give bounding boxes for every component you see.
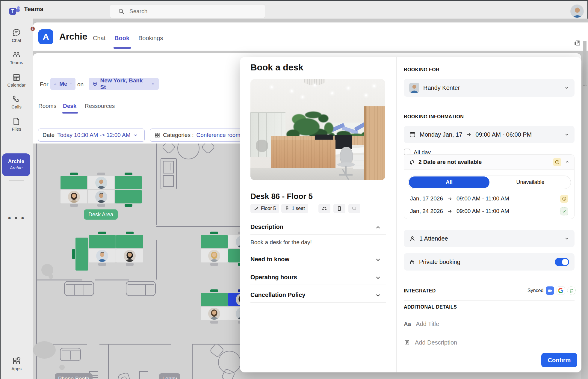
private-booking-row: Private booking [404,253,575,271]
cabinet [161,158,177,189]
chevron-down-icon[interactable] [375,256,381,263]
desk-available[interactable] [115,176,142,189]
view-tab-desk[interactable]: Desk [63,103,76,109]
app-header: A Archie Chat Book Bookings [33,22,588,51]
add-title-field[interactable]: Aa Add Title [404,321,439,327]
calendar-icon [409,131,416,138]
chevron-up-icon[interactable] [565,160,569,164]
desk-available[interactable] [61,176,87,189]
desk-available[interactable] [201,293,228,306]
sync-refresh-icon[interactable] [567,286,576,295]
categories-filter-button[interactable]: Categories : Conference room [150,129,249,142]
unavailable-dates-header[interactable]: 2 Date are not available [404,155,574,170]
sidebar-item-apps[interactable]: Apps [0,357,33,371]
tab-bookings[interactable]: Bookings [138,35,163,42]
user-avatar[interactable] [570,4,584,18]
sidebar-item-files[interactable]: Files [0,117,33,132]
occupant-avatar [96,250,108,262]
need-to-know-section-header[interactable]: Need to know [250,256,289,263]
occupant-avatar [208,308,220,320]
date-time-dropdown[interactable]: Monday Jan, 17 09:00 AM - 06:00 PM [404,126,575,143]
search-input[interactable] [129,4,258,18]
attendee-dropdown[interactable]: 1 Attendee [404,230,575,247]
chair-tab [70,173,78,175]
teams-logo-icon: T [9,6,20,16]
search-bar[interactable] [110,4,265,18]
wall [95,280,129,280]
view-tab-rooms[interactable]: Rooms [38,103,56,109]
sidebar-item-archie-active[interactable]: Archie Archie [2,153,30,176]
chair-tab [72,249,75,259]
synced-label: Synced [527,288,543,293]
check-badge [560,207,568,215]
search-icon [118,8,125,15]
segment-all[interactable]: All [409,176,489,188]
scrollbar-thumb[interactable] [583,41,587,86]
chair-tab [126,232,134,234]
chevron-down-icon [564,85,569,90]
cancellation-policy-section-header[interactable]: Cancellation Policy [250,292,305,298]
left-rail: 1 Chat Teams Calendar Calls Fil [0,19,33,379]
chevron-down-icon[interactable] [375,292,381,299]
chair-tab [126,263,134,266]
chair [117,372,131,379]
conflict-row: Jan, 17 2026 09:00 AM - 11:00 AM [404,192,574,205]
chevron-down-icon [564,236,569,241]
app-title: Archie [59,31,87,42]
chevron-down-icon[interactable] [375,274,381,281]
description-section-header[interactable]: Description [250,224,283,230]
wall [156,240,157,280]
booking-for-dropdown[interactable]: Randy Kenter [404,79,575,97]
tab-chat[interactable]: Chat [93,35,105,42]
location-dropdown[interactable]: New York, Bank St [89,78,159,90]
for-label: For [40,81,49,88]
chair-tab [210,232,218,234]
confirm-button[interactable]: Confirm [541,353,577,367]
chevron-down-icon [133,133,138,138]
chair-tab [98,263,106,266]
google-calendar-icon [557,286,565,295]
chair-tab [70,204,78,207]
warning-badge [560,195,568,203]
booking-panel: BOOKING FOR Randy Kenter BOOKING INFORMA… [396,57,581,372]
sidebar-item-teams[interactable]: Teams [0,50,33,65]
stairs-icon [254,206,259,211]
chevron-down-icon [70,82,72,86]
booking-for-heading: BOOKING FOR [404,67,439,73]
date-filter-button[interactable]: Date Today 10:30 AM -> 12:00 AM [38,129,145,142]
segment-unavailable[interactable]: Unavailable [490,176,571,189]
tab-book[interactable]: Book [114,35,129,42]
chevron-up-icon[interactable] [375,224,381,231]
laptop-icon [352,206,357,211]
occupant-avatar [68,191,80,203]
for-me-dropdown[interactable]: Me [50,78,75,90]
chair [201,144,215,154]
phone-icon [12,95,21,104]
desk-available[interactable] [201,235,228,248]
sidebar-item-calendar[interactable]: Calendar [0,73,33,87]
booking-information-heading: BOOKING INFORMATION [404,114,464,120]
desk-area-label: Desk Area [84,209,118,220]
add-description-field[interactable]: Add Description [404,339,457,346]
more-apps-button[interactable]: ● ● ● [0,215,33,221]
warning-badge [553,158,561,166]
teams-window: T Teams 1 Chat Teams [0,0,588,379]
open-in-new-window-icon[interactable] [574,39,581,47]
sidebar-item-calls[interactable]: Calls [0,95,33,109]
book-a-desk-modal: Book a desk [240,57,581,372]
desk-available[interactable] [75,238,88,271]
desk-available[interactable] [115,190,142,203]
chair-tab [210,263,218,266]
view-tab-ressources[interactable]: Ressources [85,103,115,109]
private-booking-toggle[interactable] [555,258,569,266]
desk-available[interactable] [89,235,116,248]
conflict-row: Jan, 24 2026 09:00 AM - 11:00 AM [404,205,574,218]
person-icon [54,81,57,87]
wall [192,344,193,379]
operating-hours-section-header[interactable]: Operating hours [250,274,297,281]
sidebar-item-chat[interactable]: 1 Chat [0,28,33,43]
floor-badge: Floor 5 [250,204,279,213]
desk-available[interactable] [116,235,143,248]
chat-icon: 1 [12,28,21,37]
laptop-amenity-badge [348,204,360,213]
